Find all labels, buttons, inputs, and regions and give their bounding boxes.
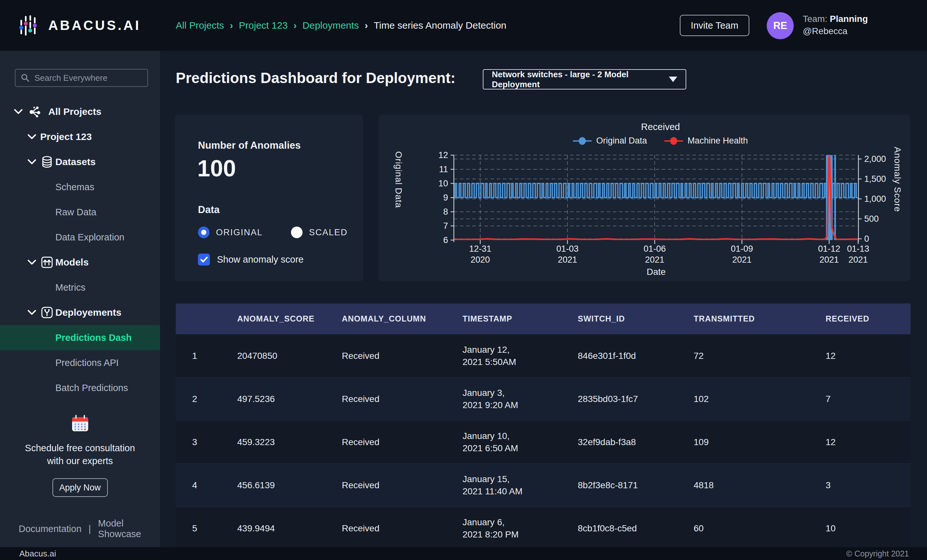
chevron-down-icon[interactable] (13, 108, 24, 115)
sidebar-item-schemas[interactable]: Schemas (0, 175, 160, 200)
checkbox-checked-icon[interactable] (198, 253, 210, 266)
legend-item[interactable]: Machine Health (664, 136, 748, 146)
radio-unselected-icon[interactable] (291, 226, 302, 238)
table-cell: January 15, 2021 11:40 AM (462, 473, 578, 498)
apply-now-button[interactable]: Apply Now (52, 478, 108, 497)
anomalies-count: 100 (197, 155, 236, 182)
anomalies-label: Number of Anomalies (198, 140, 301, 151)
sidebar-item-predictions-api[interactable]: Predictions API (0, 350, 160, 375)
row-index: 4 (176, 479, 237, 492)
table-cell: 4818 (694, 479, 825, 492)
anomaly-chart[interactable]: 678910111205001,0001,5002,00012-31202001… (431, 151, 890, 280)
sidebar-item-project-123[interactable]: Project 123 (0, 124, 160, 149)
table-cell: Received (342, 479, 462, 492)
invite-team-button[interactable]: Invite Team (680, 15, 749, 36)
row-index: 3 (176, 436, 237, 448)
table-cell: January 12, 2021 5:50AM (462, 344, 578, 368)
table-cell: 459.3223 (237, 436, 342, 448)
sidebar-item-label: Data Exploration (55, 232, 124, 243)
sidebar-item-all-projects[interactable]: All Projects (0, 99, 160, 124)
breadcrumb-project-123[interactable]: Project 123 (239, 20, 288, 31)
svg-text:1,500: 1,500 (864, 174, 886, 184)
links-separator: | (88, 524, 91, 534)
checkbox-label: Show anomaly score (217, 254, 304, 265)
table-row[interactable]: 4456.6139ReceivedJanuary 15, 2021 11:40 … (176, 463, 910, 507)
team-info: Team: Planning @Rebecca (803, 13, 868, 37)
legend-item[interactable]: Original Data (573, 136, 647, 146)
chevron-down-icon[interactable] (26, 133, 37, 140)
sidebar-item-raw-data[interactable]: Raw Data (0, 200, 160, 225)
svg-text:01-132021: 01-132021 (847, 244, 869, 264)
svg-text:10: 10 (438, 179, 448, 188)
radio-scaled[interactable]: SCALED (291, 226, 348, 238)
abacus-logo-icon (18, 14, 41, 37)
row-index: 2 (176, 393, 237, 405)
table-row[interactable]: 3459.3223ReceivedJanuary 10, 2021 6:50 A… (176, 420, 910, 463)
table-cell: 20470850 (237, 350, 342, 362)
svg-text:9: 9 (443, 193, 448, 202)
chevron-down-icon[interactable] (26, 309, 37, 316)
deployment-select[interactable]: Network switches - large - 2 Model Deplo… (483, 69, 686, 90)
breadcrumb: All Projects › Project 123 › Deployments… (176, 0, 506, 51)
table-cell: Received (342, 436, 462, 448)
documentation-link[interactable]: Documentation (19, 524, 81, 534)
legend-label: Original Data (596, 136, 647, 146)
sidebar-footer-links: Documentation | Model Showcase (19, 518, 160, 539)
sidebar-nav: All Projects Project 123 Datasets Schema… (0, 99, 160, 401)
breadcrumb-deployments[interactable]: Deployments (302, 20, 359, 31)
table-header-anomaly-score: ANOMALY_SCORE (237, 314, 342, 323)
table-cell: Received (342, 393, 462, 405)
table-row[interactable]: 120470850ReceivedJanuary 12, 2021 5:50AM… (176, 334, 910, 377)
chevron-down-icon[interactable] (26, 259, 37, 266)
breadcrumb-current-page: Time series Anomaly Detection (374, 20, 506, 31)
radio-selected-icon[interactable] (198, 226, 210, 238)
svg-text:01-122021: 01-122021 (818, 244, 840, 264)
sidebar-item-datasets[interactable]: Datasets (0, 149, 160, 175)
breadcrumb-all-projects[interactable]: All Projects (176, 20, 224, 31)
radio-original[interactable]: ORIGINAL (198, 226, 263, 238)
table-cell: 72 (694, 350, 825, 362)
y-axis-label-right: Anomaly Score (892, 147, 903, 276)
table-header-switch-id: SWITCH_ID (578, 314, 694, 323)
sidebar-item-metrics[interactable]: Metrics (0, 275, 160, 300)
table-cell: 2835bd03-1fc7 (578, 393, 694, 405)
search-box[interactable] (15, 69, 148, 87)
table-cell: Received (342, 522, 462, 534)
table-cell: 8b2f3e8c-8171 (578, 479, 694, 492)
user-avatar[interactable]: RE (767, 12, 794, 39)
chart-card: Received Original DataMachine Health Ori… (378, 115, 910, 281)
top-bar: ABACUS.AI All Projects › Project 123 › D… (0, 0, 927, 51)
sidebar-item-deployments[interactable]: Deployements (0, 300, 160, 325)
model-showcase-link[interactable]: Model Showcase (98, 518, 160, 539)
deployments-icon (41, 306, 53, 319)
models-icon (41, 256, 53, 269)
sidebar-item-models[interactable]: Models (0, 250, 160, 275)
sidebar-item-predictions-dash[interactable]: Predictions Dash (0, 325, 160, 350)
legend-label: Machine Health (687, 136, 748, 146)
row-index: 1 (176, 350, 237, 362)
page-title: Predictions Dashboard for Deployment: (176, 69, 456, 87)
table-row[interactable]: 5439.9494ReceivedJanuary 6, 2021 8:20 PM… (176, 507, 910, 547)
svg-text:1,000: 1,000 (864, 194, 886, 204)
table-cell: 8cb1f0c8-c5ed (578, 522, 694, 534)
svg-text:8: 8 (443, 207, 448, 217)
consultation-promo: Schedule free consultation with our expe… (0, 414, 160, 497)
table-row[interactable]: 2497.5236ReceivedJanuary 3, 2021 9:20 AM… (176, 377, 910, 420)
svg-text:01-032021: 01-032021 (556, 244, 578, 264)
legend-marker-icon (664, 137, 683, 145)
table-cell: 12 (825, 350, 910, 362)
search-input[interactable] (35, 73, 142, 83)
svg-text:12: 12 (438, 151, 448, 160)
svg-text:12-312020: 12-312020 (469, 244, 491, 264)
chevron-down-icon[interactable] (26, 158, 37, 165)
svg-text:6: 6 (443, 235, 448, 245)
sidebar-item-label: Batch Predictions (55, 382, 128, 393)
abacus-logo[interactable]: ABACUS.AI (18, 14, 141, 37)
logo-text: ABACUS.AI (48, 18, 141, 33)
sidebar-item-batch-predictions[interactable]: Batch Predictions (0, 375, 160, 401)
radio-scaled-label: SCALED (309, 228, 348, 238)
sidebar-item-data-exploration[interactable]: Data Exploration (0, 225, 160, 250)
svg-text:2,000: 2,000 (864, 154, 886, 164)
sidebar-item-label: All Projects (48, 106, 102, 117)
show-anomaly-score-toggle[interactable]: Show anomaly score (198, 253, 304, 266)
